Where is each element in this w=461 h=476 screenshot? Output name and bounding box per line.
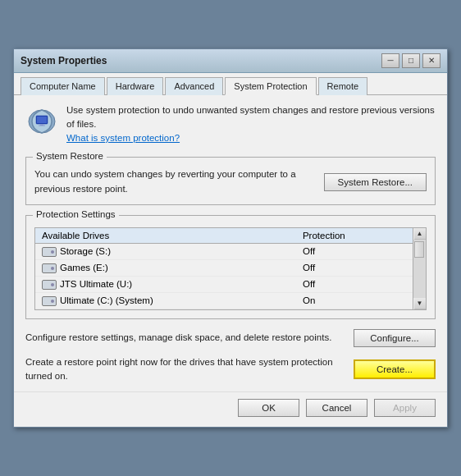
scroll-up-arrow[interactable]: ▲: [414, 228, 426, 240]
restore-row: You can undo system changes by reverting…: [34, 167, 427, 196]
title-bar-buttons: ─ □ ✕: [381, 53, 440, 68]
apply-button[interactable]: Apply: [374, 399, 436, 417]
minimize-button[interactable]: ─: [381, 53, 399, 68]
drive-row-0[interactable]: Storage (S:) Off: [35, 243, 413, 259]
tabs-bar: Computer Name Hardware Advanced System P…: [14, 73, 447, 95]
bottom-buttons: OK Cancel Apply: [14, 391, 447, 427]
drive-protection-3: On: [296, 292, 413, 309]
drive-name-3: Ultimate (C:) (System): [35, 292, 296, 309]
system-restore-button[interactable]: System Restore...: [324, 173, 427, 191]
drive-name-1: Games (E:): [35, 259, 296, 276]
hdd-icon-2: [42, 280, 57, 290]
hdd-icon-3: [42, 296, 57, 306]
configure-button[interactable]: Configure...: [354, 329, 436, 347]
create-button[interactable]: Create...: [354, 359, 436, 379]
scroll-thumb[interactable]: [414, 241, 424, 258]
configure-text: Configure restore settings, manage disk …: [25, 331, 345, 345]
drives-table-scroll: Available Drives Protection Storage (S:)…: [34, 227, 413, 310]
window-title: System Properties: [21, 55, 107, 66]
system-restore-group: System Restore You can undo system chang…: [25, 157, 436, 205]
drives-table: Available Drives Protection Storage (S:)…: [35, 228, 413, 309]
restore-description: You can undo system changes by reverting…: [34, 167, 316, 196]
drives-table-wrapper: Available Drives Protection Storage (S:)…: [34, 222, 427, 310]
info-section: Use system protection to undo unwanted s…: [25, 103, 436, 146]
scroll-down-arrow[interactable]: ▼: [414, 298, 426, 309]
ok-button[interactable]: OK: [238, 399, 299, 417]
protection-settings-group: Protection Settings Available Drives Pro…: [25, 215, 436, 319]
drive-name-2: JTS Ultimate (U:): [35, 276, 296, 292]
system-protection-icon: [25, 103, 58, 136]
drive-row-1[interactable]: Games (E:) Off: [35, 259, 413, 276]
hdd-icon-0: [42, 247, 57, 257]
configure-row: Configure restore settings, manage disk …: [25, 329, 436, 347]
info-text: Use system protection to undo unwanted s…: [66, 103, 436, 146]
drive-protection-1: Off: [296, 259, 413, 276]
tab-advanced[interactable]: Advanced: [165, 77, 223, 95]
drive-name-0: Storage (S:): [35, 243, 296, 259]
drive-row-2[interactable]: JTS Ultimate (U:) Off: [35, 276, 413, 292]
info-link[interactable]: What is system protection?: [66, 133, 180, 143]
hdd-icon-1: [42, 263, 57, 273]
info-description: Use system protection to undo unwanted s…: [66, 105, 435, 129]
scroll-track[interactable]: [413, 240, 426, 298]
tab-content: Use system protection to undo unwanted s…: [14, 95, 447, 392]
system-restore-label: System Restore: [33, 151, 107, 161]
create-text: Create a restore point right now for the…: [25, 355, 345, 384]
system-properties-window: System Properties ─ □ ✕ Computer Name Ha…: [13, 48, 448, 428]
tab-hardware[interactable]: Hardware: [107, 77, 164, 95]
drive-protection-2: Off: [296, 276, 413, 292]
tab-remote[interactable]: Remote: [318, 77, 368, 95]
tab-system-protection[interactable]: System Protection: [225, 77, 316, 95]
drives-table-header: Available Drives Protection: [35, 228, 413, 244]
restore-button[interactable]: □: [402, 53, 420, 68]
create-row: Create a restore point right now for the…: [25, 355, 436, 384]
drive-row-3[interactable]: Ultimate (C:) (System) On: [35, 292, 413, 309]
title-bar: System Properties ─ □ ✕: [14, 49, 447, 73]
col-protection: Protection: [296, 228, 413, 244]
close-button[interactable]: ✕: [422, 53, 440, 68]
drive-protection-0: Off: [296, 243, 413, 259]
svg-rect-2: [37, 117, 47, 123]
drives-scrollbar[interactable]: ▲ ▼: [413, 227, 427, 310]
protection-settings-label: Protection Settings: [33, 209, 119, 219]
cancel-button[interactable]: Cancel: [306, 399, 367, 417]
tab-computer-name[interactable]: Computer Name: [21, 77, 105, 95]
col-available-drives: Available Drives: [35, 228, 296, 244]
